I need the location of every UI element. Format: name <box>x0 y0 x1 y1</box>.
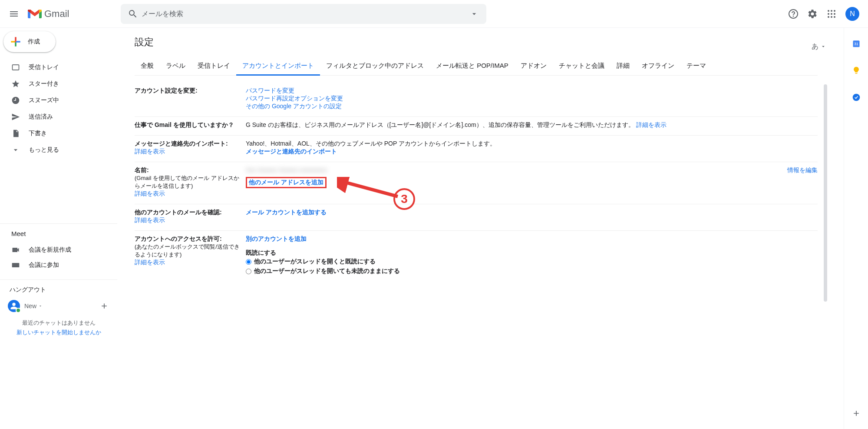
tab-themes[interactable]: テーマ <box>680 57 712 75</box>
svg-rect-12 <box>12 263 20 267</box>
import-messages-link[interactable]: メッセージと連絡先のインポート <box>246 148 818 156</box>
side-panel: 31 <box>844 28 868 429</box>
gmail-logo[interactable]: Gmail <box>24 8 121 20</box>
nav-snoozed[interactable]: スヌーズ中 <box>0 93 114 107</box>
gear-icon <box>807 9 818 19</box>
caret-down-icon <box>470 10 479 18</box>
section-grant-access: アカウントへのアクセスを許可: (あなたのメールボックスで閲覧/送信できるように… <box>135 231 818 282</box>
section-label: アカウント設定を変更: <box>135 87 246 110</box>
apps-grid-icon <box>826 9 837 19</box>
svg-point-6 <box>831 13 832 15</box>
section-label: 名前: (Gmail を使用して他のメール アドレスからメールを送信します) 詳… <box>135 166 246 198</box>
help-icon <box>788 9 799 19</box>
nav-inbox[interactable]: 受信トレイ <box>0 60 114 74</box>
meet-new-label: 会議を新規作成 <box>29 246 71 254</box>
app-header: Gmail N <box>0 0 868 28</box>
svg-point-5 <box>828 13 829 15</box>
add-another-email-link[interactable]: 他のメール アドレスを追加 <box>249 179 323 186</box>
section-gsuite: 仕事で Gmail を使用していますか？ G Suite のお客様は、ビジネス用… <box>135 117 818 136</box>
nav-label: スター付き <box>29 80 59 88</box>
hangouts-heading: ハングアウト <box>0 286 117 298</box>
mark-read-label: 既読にする <box>246 249 818 257</box>
start-chat-link[interactable]: 新しいチャットを開始しませんか <box>0 329 117 336</box>
tab-accounts[interactable]: アカウントとインポート <box>236 57 320 76</box>
nav-starred[interactable]: スター付き <box>0 77 114 91</box>
nav-sent[interactable]: 送信済み <box>0 110 114 124</box>
import-learn-more-link[interactable]: 詳細を表示 <box>135 148 165 155</box>
apps-button[interactable] <box>823 5 840 23</box>
account-avatar[interactable]: N <box>845 7 859 21</box>
send-icon <box>11 113 20 121</box>
add-mail-account-link[interactable]: メール アカウントを追加する <box>246 209 327 216</box>
get-addons-button[interactable] <box>848 405 865 422</box>
meet-section: Meet 会議を新規作成 会議に参加 <box>0 223 117 273</box>
nav-drafts[interactable]: 下書き <box>0 126 114 140</box>
hangouts-user-row[interactable]: New <box>0 298 117 314</box>
settings-content: 設定 あ 全般 ラベル 受信トレイ アカウントとインポート フィルタとブロック中… <box>117 28 844 429</box>
search-button[interactable] <box>124 5 142 23</box>
gsuite-desc: G Suite のお客様は、ビジネス用のメールアドレス（[ユーザー名]@[ドメイ… <box>246 121 634 128</box>
tab-labels[interactable]: ラベル <box>160 57 191 75</box>
keep-icon <box>852 66 861 75</box>
search-input[interactable] <box>142 10 465 18</box>
meet-join[interactable]: 会議に参加 <box>0 258 114 272</box>
nav-label: 送信済み <box>29 113 53 121</box>
keep-addon[interactable] <box>848 62 865 79</box>
scrollbar[interactable] <box>824 84 827 302</box>
meet-new[interactable]: 会議を新規作成 <box>0 243 114 257</box>
change-password-link[interactable]: パスワードを変更 <box>246 87 818 95</box>
meet-join-label: 会議に参加 <box>29 261 59 269</box>
search-options-button[interactable] <box>465 10 483 18</box>
settings-button[interactable] <box>804 5 821 23</box>
import-desc: Yahoo!、Hotmail、AOL、その他のウェブメールや POP アカウント… <box>246 140 818 148</box>
caret-down-icon <box>38 304 43 308</box>
help-button[interactable] <box>785 5 802 23</box>
sendas-learn-more-link[interactable]: 詳細を表示 <box>135 190 165 197</box>
keyboard-icon <box>11 261 20 269</box>
nav-label: 下書き <box>29 130 47 137</box>
page-title: 設定 <box>135 36 154 49</box>
annotation-circle-3: 3 <box>393 188 415 210</box>
no-chats-text: 最近のチャットはありません <box>0 317 117 329</box>
tasks-icon <box>852 93 861 102</box>
search-icon <box>128 9 138 19</box>
mark-read-opt2-radio[interactable] <box>246 269 251 274</box>
svg-point-16 <box>852 94 860 101</box>
nav-more[interactable]: もっと見る <box>0 143 114 157</box>
draft-icon <box>11 129 20 138</box>
tab-filters[interactable]: フィルタとブロック中のアドレス <box>320 57 430 75</box>
tab-advanced[interactable]: 詳細 <box>611 57 636 75</box>
tab-inbox[interactable]: 受信トレイ <box>191 57 236 75</box>
add-another-email-highlight: 他のメール アドレスを追加 <box>246 177 327 188</box>
chevron-down-icon <box>11 146 20 154</box>
hamburger-icon <box>9 9 19 19</box>
tab-offline[interactable]: オフライン <box>636 57 680 75</box>
tab-addons[interactable]: アドオン <box>515 57 553 75</box>
main-menu-button[interactable] <box>3 3 24 24</box>
logo-text: Gmail <box>44 8 69 20</box>
clock-icon <box>11 96 20 105</box>
gsuite-learn-more-link[interactable]: 詳細を表示 <box>636 121 667 128</box>
section-label: アカウントへのアクセスを許可: (あなたのメールボックスで閲覧/送信できるように… <box>135 235 246 276</box>
edit-info-link[interactable]: 情報を編集 <box>787 166 818 173</box>
tab-chat[interactable]: チャットと会議 <box>553 57 611 75</box>
radio-label: 他のユーザーがスレッドを開くと既読にする <box>254 258 376 266</box>
tab-general[interactable]: 全般 <box>135 57 160 75</box>
nav-label: 受信トレイ <box>29 63 59 71</box>
checkmail-learn-more-link[interactable]: 詳細を表示 <box>135 216 165 223</box>
nav-label: スヌーズ中 <box>29 96 59 104</box>
tasks-addon[interactable] <box>848 89 865 106</box>
add-another-account-link[interactable]: 別のアカウントを追加 <box>246 235 818 243</box>
tab-forwarding[interactable]: メール転送と POP/IMAP <box>430 57 515 75</box>
hangouts-add-button[interactable] <box>98 300 110 312</box>
change-recovery-link[interactable]: パスワード再設定オプションを変更 <box>246 95 818 103</box>
input-method-button[interactable]: あ <box>812 42 826 51</box>
calendar-addon[interactable]: 31 <box>848 35 865 52</box>
compose-button[interactable]: 作成 <box>3 31 56 52</box>
section-send-as: 名前: (Gmail を使用して他のメール アドレスからメールを送信します) 詳… <box>135 162 818 204</box>
mark-read-opt1-radio[interactable] <box>246 259 251 265</box>
other-google-settings-link[interactable]: その他の Google アカウントの設定 <box>246 103 818 110</box>
grant-learn-more-link[interactable]: 詳細を表示 <box>135 259 165 266</box>
video-icon <box>11 246 20 254</box>
sidebar: 作成 受信トレイ スター付き スヌーズ中 送信済み 下書き もっと見る Meet <box>0 28 117 429</box>
